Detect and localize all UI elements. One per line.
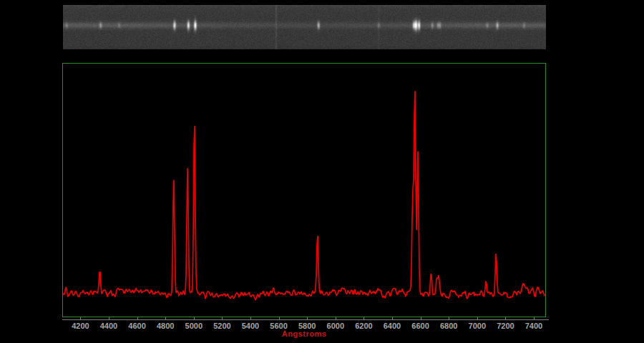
- x-axis-tick: [364, 317, 364, 320]
- x-axis-tick: [165, 317, 166, 320]
- x-axis-tick: [194, 317, 195, 320]
- x-axis-tick: [392, 317, 393, 320]
- x-axis-tick: [505, 317, 506, 320]
- x-axis-tick: [137, 317, 138, 320]
- spectrum-2d-strip[interactable]: [63, 5, 546, 49]
- x-axis-tick: [336, 317, 336, 320]
- x-axis-tick: [449, 317, 449, 320]
- x-axis-tick: [109, 317, 109, 320]
- x-axis-title: Angstroms: [62, 329, 546, 338]
- x-axis-tick: [307, 317, 308, 320]
- x-axis-tick: [477, 317, 478, 320]
- x-axis-tick: [222, 317, 223, 320]
- x-axis-tick: [421, 317, 421, 320]
- x-axis-line: [62, 319, 549, 320]
- x-axis-tick: [250, 317, 251, 320]
- app-window: 4200440046004800500052005400560058006000…: [0, 0, 644, 343]
- x-axis-tick: [80, 317, 81, 320]
- x-axis-tick: [534, 317, 535, 320]
- x-axis-tick: [279, 317, 280, 320]
- spectrum-plot-frame: [62, 63, 546, 317]
- spectrum-plot[interactable]: [63, 64, 545, 317]
